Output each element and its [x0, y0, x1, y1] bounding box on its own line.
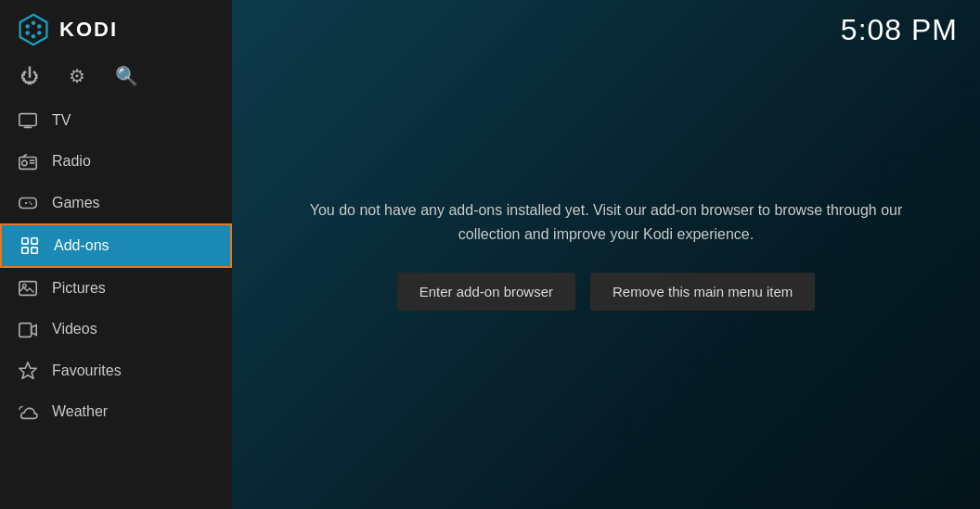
svg-point-16	[31, 203, 32, 205]
sidebar-item-weather-label: Weather	[52, 403, 108, 420]
svg-point-3	[37, 24, 42, 29]
svg-marker-24	[19, 363, 36, 378]
svg-marker-0	[20, 15, 47, 45]
sidebar-item-pictures-label: Pictures	[52, 280, 106, 297]
app-title: KODI	[59, 18, 118, 42]
svg-rect-19	[22, 248, 28, 253]
sidebar-item-tv[interactable]: TV	[0, 100, 232, 141]
settings-icon[interactable]: ⚙	[69, 65, 85, 87]
sidebar-item-tv-label: TV	[52, 112, 71, 129]
svg-rect-12	[19, 197, 36, 208]
remove-menu-item-button[interactable]: Remove this main menu item	[590, 273, 815, 311]
sidebar-item-videos-label: Videos	[52, 321, 97, 337]
tv-icon	[17, 110, 39, 131]
svg-rect-17	[22, 238, 28, 244]
svg-rect-7	[19, 114, 36, 126]
weather-icon	[17, 401, 39, 422]
svg-point-4	[25, 31, 30, 35]
content-buttons: Enter add-on browser Remove this main me…	[397, 273, 816, 311]
main-content: 5:08 PM You do not have any add-ons inst…	[232, 0, 980, 509]
time-display: 5:08 PM	[841, 13, 958, 47]
sidebar-header: KODI	[0, 0, 232, 59]
addons-message: You do not have any add-ons installed ye…	[281, 198, 931, 246]
svg-point-5	[32, 34, 36, 39]
addons-icon	[19, 235, 41, 256]
radio-icon	[17, 151, 39, 172]
sidebar-item-games[interactable]: Games	[0, 183, 232, 223]
pictures-icon	[17, 278, 39, 299]
games-icon	[17, 193, 39, 213]
sidebar: KODI ⏻ ⚙ 🔍 TV Radio Games	[0, 0, 232, 509]
sidebar-item-addons[interactable]: Add-ons	[0, 223, 232, 268]
svg-point-2	[32, 21, 36, 26]
svg-point-6	[37, 31, 42, 35]
svg-point-1	[25, 24, 30, 29]
sidebar-nav: TV Radio Games Add-ons	[0, 100, 232, 509]
sidebar-item-addons-label: Add-ons	[54, 237, 110, 254]
sidebar-item-games-label: Games	[52, 195, 100, 211]
content-area: You do not have any add-ons installed ye…	[263, 180, 949, 328]
sidebar-item-favourites-label: Favourites	[52, 363, 122, 379]
sidebar-item-weather[interactable]: Weather	[0, 391, 232, 432]
svg-point-15	[29, 201, 31, 203]
svg-rect-20	[32, 248, 37, 253]
sidebar-item-pictures[interactable]: Pictures	[0, 268, 232, 309]
videos-icon	[17, 319, 39, 339]
sidebar-top-icons: ⏻ ⚙ 🔍	[0, 59, 232, 100]
favourites-icon	[17, 361, 39, 381]
power-icon[interactable]: ⏻	[20, 66, 39, 87]
search-icon[interactable]: 🔍	[115, 65, 138, 87]
enter-addon-browser-button[interactable]: Enter add-on browser	[397, 273, 575, 311]
sidebar-item-radio-label: Radio	[52, 153, 91, 170]
kodi-logo-icon	[17, 13, 50, 46]
sidebar-item-favourites[interactable]: Favourites	[0, 350, 232, 391]
sidebar-item-videos[interactable]: Videos	[0, 309, 232, 350]
svg-rect-23	[19, 323, 32, 337]
sidebar-item-radio[interactable]: Radio	[0, 141, 232, 182]
svg-rect-18	[32, 238, 37, 244]
svg-point-9	[22, 160, 27, 166]
